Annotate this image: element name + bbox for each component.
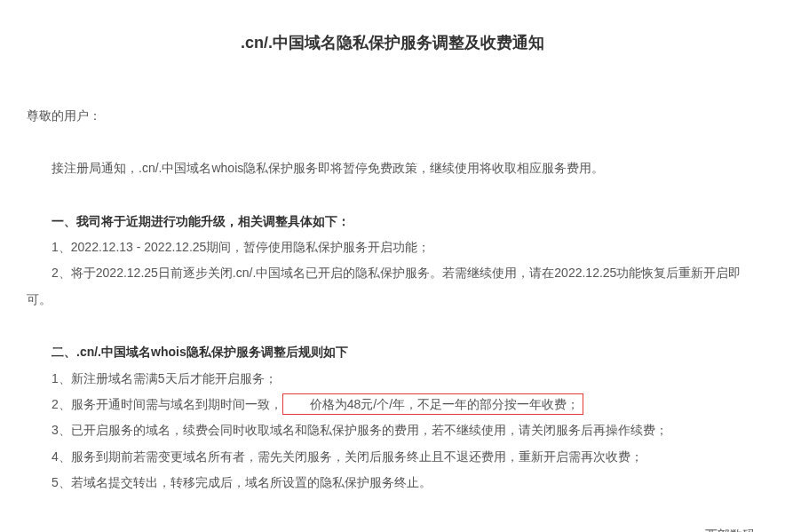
section1-item: 1、2022.12.13 - 2022.12.25期间，暂停使用隐私保护服务开启…	[27, 234, 758, 260]
section2-item: 4、服务到期前若需变更域名所有者，需先关闭服务，关闭后服务终止且不退还费用，重新…	[27, 444, 758, 470]
signature-block: 西部数码 2022年12月13日	[27, 522, 758, 532]
document-body: 尊敬的用户： 接注册局通知，.cn/.中国域名whois隐私保护服务即将暂停免费…	[27, 103, 758, 532]
intro-paragraph: 接注册局通知，.cn/.中国域名whois隐私保护服务即将暂停免费政策，继续使用…	[27, 155, 758, 181]
section2-item-highlight: 2、服务开通时间需与域名到期时间一致，价格为48元/个/年，不足一年的部分按一年…	[27, 392, 758, 417]
section2-item: 1、新注册域名需满5天后才能开启服务；	[27, 366, 758, 392]
section2-item: 3、已开启服务的域名，续费会同时收取域名和隐私保护服务的费用，若不继续使用，请关…	[27, 417, 758, 443]
section1-item: 2、将于2022.12.25日前逐步关闭.cn/.中国域名已开启的隐私保护服务。…	[27, 260, 758, 313]
greeting-text: 尊敬的用户：	[27, 103, 758, 129]
price-highlight-box: 价格为48元/个/年，不足一年的部分按一年收费；	[282, 393, 583, 415]
item2-prefix: 2、服务开通时间需与域名到期时间一致，	[52, 397, 282, 411]
page-title: .cn/.中国域名隐私保护服务调整及收费通知	[27, 27, 758, 60]
document-page: .cn/.中国域名隐私保护服务调整及收费通知 尊敬的用户： 接注册局通知，.cn…	[0, 0, 785, 532]
section1-heading: 一、我司将于近期进行功能升级，相关调整具体如下：	[27, 209, 758, 234]
section2-heading: 二、.cn/.中国域名whois隐私保护服务调整后规则如下	[27, 339, 758, 365]
signer-name: 西部数码	[27, 522, 755, 532]
section2-item: 5、若域名提交转出，转移完成后，域名所设置的隐私保护服务终止。	[27, 470, 758, 496]
